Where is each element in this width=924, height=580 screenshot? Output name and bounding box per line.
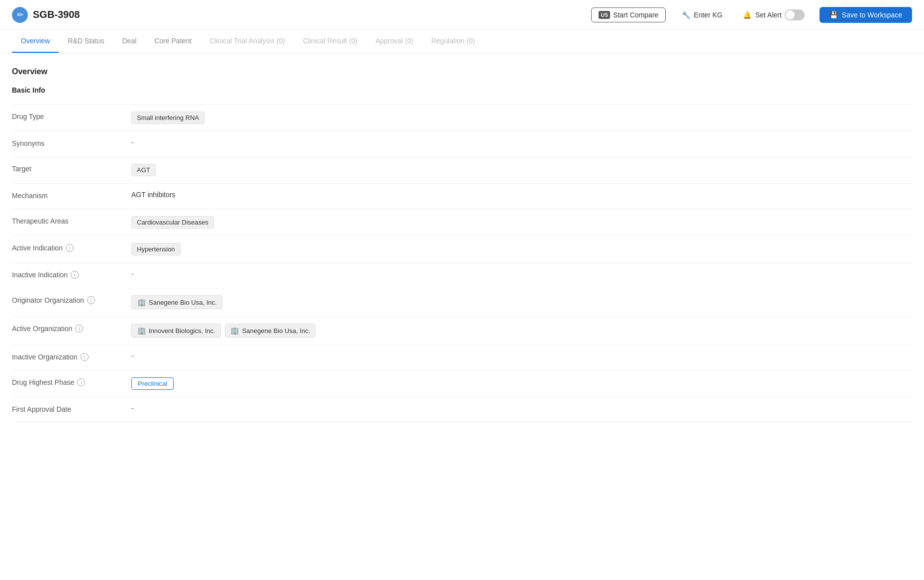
inactive-indication-label: Inactive Indication i — [12, 270, 131, 279]
active-org-icon-2: 🏢 — [230, 326, 239, 335]
start-compare-button[interactable]: U5 Start Compare — [591, 7, 666, 22]
start-compare-label: Start Compare — [613, 11, 658, 19]
active-indication-tag: Hypertension — [131, 243, 181, 255]
save-to-workspace-button[interactable]: 💾 Save to Workspace — [820, 7, 912, 23]
drug-highest-phase-info-icon[interactable]: i — [77, 378, 85, 386]
start-compare-box-label: U5 — [599, 11, 610, 19]
active-indication-info-icon[interactable]: i — [66, 244, 74, 252]
first-approval-date-label: First Approval Date — [12, 404, 131, 413]
header: ✏ SGB-3908 U5 Start Compare 🔧 Enter KG 🔔… — [0, 0, 924, 30]
mechanism-value: AGT inhibitors — [131, 191, 912, 199]
tab-rd-status[interactable]: R&D Status — [59, 30, 113, 53]
inactive-org-dash: - — [131, 352, 134, 360]
tab-approval[interactable]: Approval (0) — [366, 30, 422, 53]
save-icon: 💾 — [829, 11, 838, 19]
mechanism-label: Mechanism — [12, 191, 131, 200]
first-approval-date-value: - — [131, 404, 912, 412]
enter-kg-button[interactable]: 🔧 Enter KG — [676, 7, 727, 23]
synonyms-dash: - — [131, 138, 134, 146]
therapeutic-areas-tag: Cardiovascular Diseases — [131, 216, 214, 229]
active-org-label: Active Organization i — [12, 324, 131, 333]
therapeutic-areas-label: Therapeutic Areas — [12, 216, 131, 225]
tab-overview[interactable]: Overview — [12, 30, 59, 53]
kg-icon: 🔧 — [681, 10, 691, 20]
basic-info-title: Basic Info — [12, 86, 912, 94]
synonyms-value: - — [131, 138, 912, 146]
inactive-indication-row: Inactive Indication i - — [12, 263, 912, 288]
therapeutic-areas-row: Therapeutic Areas Cardiovascular Disease… — [12, 209, 912, 235]
originator-org-label: Originator Organization i — [12, 295, 131, 304]
save-label: Save to Workspace — [842, 11, 902, 19]
therapeutic-areas-value: Cardiovascular Diseases — [131, 216, 912, 229]
drug-highest-phase-value: Preclinical — [131, 377, 912, 390]
active-org-value: 🏢 Innovent Biologics, Inc. 🏢 Sanegene Bi… — [131, 324, 912, 338]
target-row: Target AGT — [12, 157, 912, 183]
inactive-org-row: Inactive Organization i - — [12, 345, 912, 370]
mechanism-row: Mechanism AGT inhibitors — [12, 184, 912, 209]
synonyms-row: Synonyms - — [12, 131, 912, 156]
tab-clinical-trial[interactable]: Clinical Trial Analysis (0) — [201, 30, 294, 53]
target-tag: AGT — [131, 164, 156, 176]
inactive-org-value: - — [131, 352, 912, 360]
set-alert-button[interactable]: 🔔 Set Alert — [737, 6, 810, 23]
app-logo-icon: ✏ — [12, 7, 28, 23]
set-alert-label: Set Alert — [755, 11, 782, 19]
active-org-info-icon[interactable]: i — [75, 325, 83, 333]
alert-icon: 🔔 — [742, 10, 752, 20]
nav-tabs: Overview R&D Status Deal Core Patent Cli… — [0, 30, 924, 53]
drug-type-value: Small interfering RNA — [131, 112, 912, 124]
originator-org-value: 🏢 Sanegene Bio Usa, Inc. — [131, 295, 912, 309]
tab-deal[interactable]: Deal — [113, 30, 146, 53]
inactive-indication-dash: - — [131, 270, 134, 278]
drug-type-row: Drug Type Small interfering RNA — [12, 105, 912, 131]
main-content: Overview Basic Info Drug Type Small inte… — [0, 53, 924, 437]
target-value: AGT — [131, 164, 912, 176]
tab-clinical-result[interactable]: Clinical Result (0) — [294, 30, 367, 53]
drug-highest-phase-label: Drug Highest Phase i — [12, 377, 131, 386]
synonyms-label: Synonyms — [12, 138, 131, 147]
active-indication-value: Hypertension — [131, 243, 912, 255]
alert-toggle[interactable] — [785, 9, 805, 20]
inactive-indication-value: - — [131, 270, 912, 278]
inactive-org-info-icon[interactable]: i — [81, 353, 89, 361]
active-org-icon-1: 🏢 — [137, 326, 146, 335]
enter-kg-label: Enter KG — [694, 11, 722, 19]
logo-area: ✏ SGB-3908 — [12, 7, 583, 23]
tab-regulation[interactable]: Regulation (0) — [422, 30, 484, 53]
drug-type-label: Drug Type — [12, 112, 131, 120]
inactive-indication-info-icon[interactable]: i — [71, 271, 79, 279]
drug-highest-phase-row: Drug Highest Phase i Preclinical — [12, 370, 912, 397]
first-approval-date-dash: - — [131, 404, 134, 412]
first-approval-date-row: First Approval Date - — [12, 397, 912, 422]
header-actions: U5 Start Compare 🔧 Enter KG 🔔 Set Alert … — [591, 6, 912, 23]
inactive-org-label: Inactive Organization i — [12, 352, 131, 361]
active-org-tag-2[interactable]: 🏢 Sanegene Bio Usa, Inc. — [225, 324, 316, 338]
active-org-tag-1[interactable]: 🏢 Innovent Biologics, Inc. — [131, 324, 221, 338]
drug-type-tag: Small interfering RNA — [131, 112, 205, 124]
mechanism-text: AGT inhibitors — [131, 191, 175, 199]
originator-org-info-icon[interactable]: i — [87, 296, 95, 304]
active-indication-row: Active Indication i Hypertension — [12, 236, 912, 262]
originator-org-row: Originator Organization i 🏢 Sanegene Bio… — [12, 288, 912, 316]
target-label: Target — [12, 164, 131, 173]
drug-title: SGB-3908 — [33, 9, 80, 20]
tab-core-patent[interactable]: Core Patent — [145, 30, 201, 53]
active-indication-label: Active Indication i — [12, 243, 131, 252]
originator-org-tag[interactable]: 🏢 Sanegene Bio Usa, Inc. — [131, 295, 222, 309]
originator-org-icon: 🏢 — [137, 298, 146, 307]
page-title: Overview — [12, 67, 912, 76]
drug-highest-phase-tag[interactable]: Preclinical — [131, 377, 174, 390]
active-org-row: Active Organization i 🏢 Innovent Biologi… — [12, 317, 912, 345]
